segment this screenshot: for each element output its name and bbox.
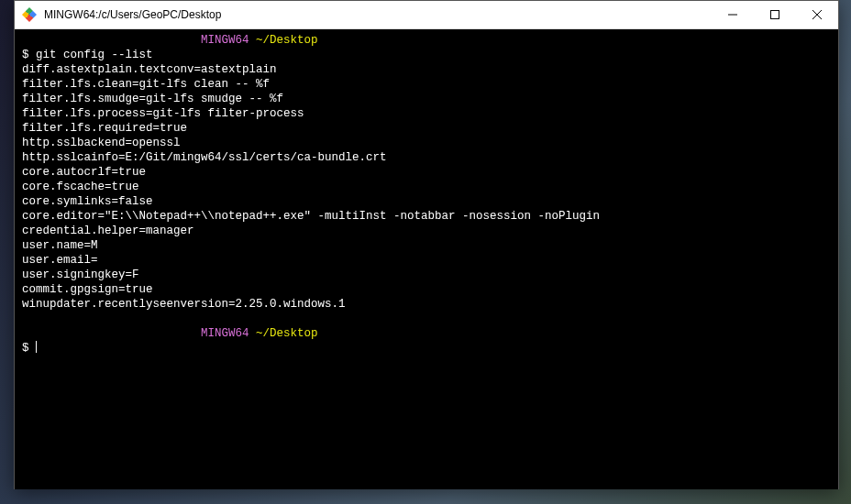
- maximize-button[interactable]: [754, 1, 796, 28]
- maximize-icon: [770, 10, 779, 19]
- command: git config --list: [36, 49, 153, 61]
- prompt-line-2: [22, 327, 201, 340]
- close-icon: [812, 10, 822, 19]
- terminal-content[interactable]: MINGW64 ~/Desktop $ git config --list di…: [15, 29, 838, 489]
- prompt-line-1: [22, 34, 201, 47]
- close-button[interactable]: [796, 1, 838, 28]
- terminal-window: MINGW64:/c/Users/GeoPC/Desktop MINGW64 ~…: [14, 0, 839, 489]
- window-title: MINGW64:/c/Users/GeoPC/Desktop: [44, 8, 712, 21]
- titlebar[interactable]: MINGW64:/c/Users/GeoPC/Desktop: [15, 1, 838, 29]
- cursor: [36, 341, 37, 353]
- git-bash-icon: [22, 7, 37, 22]
- svg-rect-1: [771, 11, 779, 19]
- output: diff.astextplain.textconv=astextplain fi…: [22, 63, 600, 311]
- minimize-icon: [728, 10, 737, 19]
- prompt-path: ~/Desktop: [256, 34, 318, 47]
- prompt-dollar: $: [22, 49, 36, 61]
- prompt-path-2: ~/Desktop: [256, 327, 318, 340]
- prompt-dollar-2: $: [22, 342, 29, 355]
- minimize-button[interactable]: [712, 1, 754, 28]
- window-controls: [712, 1, 838, 28]
- prompt-env-2: MINGW64: [201, 327, 249, 340]
- prompt-env: MINGW64: [201, 34, 249, 47]
